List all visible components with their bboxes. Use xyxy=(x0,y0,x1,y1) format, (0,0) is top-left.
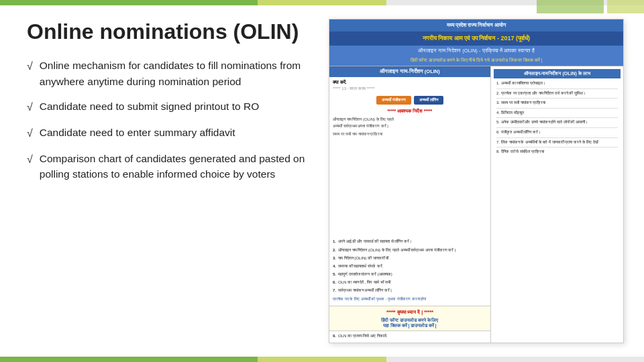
sc-subtitle2: हिंदी फॉन्ट डाउनलोड करने के लिए नीचे दिय… xyxy=(329,56,623,66)
sc-item-text: पंजीकृत अभ्यर्थी लॉगिन करें। xyxy=(501,129,541,136)
sc-item-text: अभ्यर्थी का व्यक्तिगत प्रोफाइल। xyxy=(501,80,545,87)
checkmark-icon: √ xyxy=(27,152,33,168)
sc-numbered-item-7: 7. सर्वप्रथम नामांकन अभ्यर्थी लॉगिन करें… xyxy=(333,287,487,294)
sc-right-item-1: 1. अभ्यर्थी का व्यक्तिगत प्रोफाइल। xyxy=(496,80,618,87)
right-panel: मध्य प्रदेश राज्य निर्वाचन आयोग नगरीय नि… xyxy=(329,19,624,343)
divider xyxy=(496,147,618,147)
sc-item-text: OLN का प्रारूप जिसे आए निकालें. xyxy=(338,333,387,339)
btn-candidate-login[interactable]: अभ्यर्थी लॉगिन xyxy=(414,96,443,105)
sc-subtitle: ऑनलाइन नाम निदेशन (OLIN) - प्रक्रिया में… xyxy=(329,46,623,56)
list-item: √ Comparison chart of candidates generat… xyxy=(27,151,315,182)
sc-warning: ***** आवश्यक निर्देश ***** xyxy=(333,107,487,115)
sc-item-text: लिंक नामांकन के अभ्यर्थियों के बारे में … xyxy=(501,139,598,146)
sc-item-num: 6. xyxy=(496,129,500,136)
sc-numbered-item-6: 6. OLN का ध्यान देवें , फिर फार्म भरें स… xyxy=(333,279,487,286)
divider xyxy=(496,108,618,109)
sc-item-text: सर्वप्रथम नामांकन अभ्यर्थी लॉगिन करें | xyxy=(338,287,392,294)
sc-numbered-list: 1. अपने आई.डी और पासवर्ड की सहायता से लॉ… xyxy=(329,236,490,306)
sc-buttons: अभ्यर्थी पंजीकरण अभ्यर्थी लॉगिन xyxy=(333,93,487,107)
bottom-color-bar xyxy=(0,357,644,362)
sc-bottom-hindi2: यहा क्लिक करें | डाउनलोड करें | xyxy=(333,323,487,328)
sc-item-num: 6. xyxy=(333,279,336,286)
sc-bottom-warning: ***** कृपया ध्यान दें | ***** xyxy=(333,308,487,316)
sc-panjikaran-info: समय पर सभी नाम नामांकन प्रक्रिया xyxy=(333,131,487,138)
sc-item-num: 3. xyxy=(496,100,500,107)
sc-item-text: डिजिटल मॉड्यूल xyxy=(501,110,524,117)
sc-section-header: ऑनलाइन नाम-निर्देशन (OLIN) xyxy=(329,66,490,77)
sc-item-num: 3. xyxy=(333,255,336,261)
sc-item-text: प्रत्येक पद के लिए अभ्यर्थी को पृथक - पृ… xyxy=(333,296,426,302)
sc-item-num: 1. xyxy=(496,80,500,87)
sc-bottom-section: ***** कृपया ध्यान दें | ***** हिंदी फॉन्… xyxy=(329,306,490,330)
sc-right-item-2: 2. प्रत्येक पर एकाग्रता और नाम निर्देशन … xyxy=(496,90,618,97)
sc-item-num: 5. xyxy=(496,119,500,126)
left-panel: Online nominations (OLIN) √ Online mecha… xyxy=(27,19,315,343)
bullet-list: √ Online mechanism for candidates to fil… xyxy=(27,58,315,182)
sc-right-item-6: 6. पंजीकृत अभ्यर्थी लॉगिन करें। xyxy=(496,129,618,136)
sc-title: नगरीय निकाय आम एवं उप निर्वाचन - 2017 (प… xyxy=(329,32,623,46)
divider xyxy=(496,98,618,99)
main-content: Online nominations (OLIN) √ Online mecha… xyxy=(0,5,644,357)
list-item: √ Online mechanism for candidates to fil… xyxy=(27,58,315,89)
sc-item-text: दैनिक दरों से संबंधित प्रक्रिया xyxy=(501,149,544,156)
sc-item-num: 1. xyxy=(333,238,336,245)
sc-right-item-4: 4. डिजिटल मॉड्यूल xyxy=(496,110,618,117)
sc-left-col: ऑनलाइन नाम-निर्देशन (OLIN) क्या करें. **… xyxy=(329,66,491,343)
divider xyxy=(496,117,618,118)
sc-right-item-3: 3. समय पर सभी नामांकन प्रक्रिया xyxy=(496,100,618,107)
sc-body: ऑनलाइन नाम-निर्देशन (OLIN) क्या करें. **… xyxy=(329,66,623,343)
bullet-text-3: Candidate need to enter summary affidavi… xyxy=(40,125,315,140)
sc-what-to-do: क्या करें. xyxy=(333,80,487,85)
sc-right-items: 1. अभ्यर्थी का व्यक्तिगत प्रोफाइल। 2. प्… xyxy=(494,78,621,159)
sc-item-num: 9. xyxy=(333,333,336,339)
sc-item-num: 4. xyxy=(496,110,500,117)
divider xyxy=(496,137,618,138)
divider xyxy=(496,88,618,89)
sc-header: मध्य प्रदेश राज्य निर्वाचन आयोग xyxy=(329,19,623,32)
checkmark-icon: √ xyxy=(27,125,33,141)
sc-item-text: महापूर्ण दस्तावेज संलग्न करें (आवश्यक) xyxy=(338,271,392,278)
sc-item-text: अनेक उम्मीदवारों और उनसे नामांकन होने वा… xyxy=(501,119,588,126)
sc-right-item-5: 5. अनेक उम्मीदवारों और उनसे नामांकन होने… xyxy=(496,119,618,126)
sc-right-item-7: 7. लिंक नामांकन के अभ्यर्थियों के बारे म… xyxy=(496,139,618,146)
sc-numbered-item-3: 3. नाम निदेशन (OLIN) की जानकारी भी xyxy=(333,255,487,261)
sc-section-content: क्या करें. ***** 13 - सरल कदम ***** अभ्य… xyxy=(329,77,490,236)
page-title: Online nominations (OLIN) xyxy=(27,19,315,44)
checkmark-icon: √ xyxy=(27,58,33,74)
sc-item-num: 5. xyxy=(333,271,336,278)
sc-item-text: नाम निदेशन (OLIN) की जानकारी भी xyxy=(338,255,388,261)
sc-item-num: 7. xyxy=(333,287,336,294)
screenshot-mockup: मध्य प्रदेश राज्य निर्वाचन आयोग नगरीय नि… xyxy=(329,19,624,343)
sc-name-fill-info: ऑनलाइन नाम निदेशन (OLIN) के लिए पहलेअभ्य… xyxy=(333,117,487,129)
list-item: √ Candidate need to enter summary affida… xyxy=(27,125,315,141)
bullet-text-4: Comparison chart of candidates generated… xyxy=(40,151,315,182)
sc-numbered-item-5: 5. महापूर्ण दस्तावेज संलग्न करें (आवश्यक… xyxy=(333,271,487,278)
sc-item-num: 8. xyxy=(496,149,500,156)
sc-item-text: प्रत्येक पर एकाग्रता और नाम निर्देशन दर्… xyxy=(501,90,586,97)
sc-item-num: 4. xyxy=(333,263,336,269)
sc-extra-item-9: 9. OLN का प्रारूप जिसे आए निकालें. xyxy=(333,333,487,339)
divider xyxy=(496,127,618,128)
sc-item-num: 7. xyxy=(496,139,500,146)
sc-item-text: समस्या की सहायतार्थ संपर्क करें. xyxy=(338,263,383,269)
sc-item-text: समय पर सभी नामांकन प्रक्रिया xyxy=(501,100,545,107)
sc-numbered-item-2: 2. ऑनलाइन नाम निदेशन (OLIN) के लिए पहले … xyxy=(333,247,487,253)
sc-right-item-8: 8. दैनिक दरों से संबंधित प्रक्रिया xyxy=(496,149,618,156)
sc-item-num: 2. xyxy=(333,247,336,253)
bullet-text-1: Online mechanism for candidates to fill … xyxy=(40,58,315,89)
sc-item-text: ऑनलाइन नाम निदेशन (OLIN) के लिए पहले अभ्… xyxy=(338,247,456,253)
list-item: √ Candidate need to submit signed printo… xyxy=(27,99,315,115)
btn-candidate-register[interactable]: अभ्यर्थी पंजीकरण xyxy=(376,96,411,105)
sc-extra-item: 9. OLN का प्रारूप जिसे आए निकालें. xyxy=(329,330,490,343)
sc-item-text: OLN का ध्यान देवें , फिर फार्म भरें सभी xyxy=(338,279,390,286)
sc-steps-hint: ***** 13 - सरल कदम ***** xyxy=(333,86,487,91)
sc-right-col: ऑनलाइन-नामनिर्देशन (OLIN) के लाभ 1. अभ्य… xyxy=(491,66,623,343)
sc-numbered-item-1: 1. अपने आई.डी और पासवर्ड की सहायता से लॉ… xyxy=(333,238,487,245)
sc-numbered-item-summary: प्रत्येक पद के लिए अभ्यर्थी को पृथक - पृ… xyxy=(333,296,487,302)
checkmark-icon: √ xyxy=(27,99,33,115)
sc-numbered-item-4: 4. समस्या की सहायतार्थ संपर्क करें. xyxy=(333,263,487,269)
sc-bottom-hindi1: हिंदी फॉन्ट डाउनलोड करने के लिए xyxy=(333,318,487,323)
sc-item-text: अपने आई.डी और पासवर्ड की सहायता से लॉगिन… xyxy=(338,238,412,245)
bullet-text-2: Candidate need to submit signed printout… xyxy=(40,99,315,114)
sc-item-num: 2. xyxy=(496,90,500,97)
